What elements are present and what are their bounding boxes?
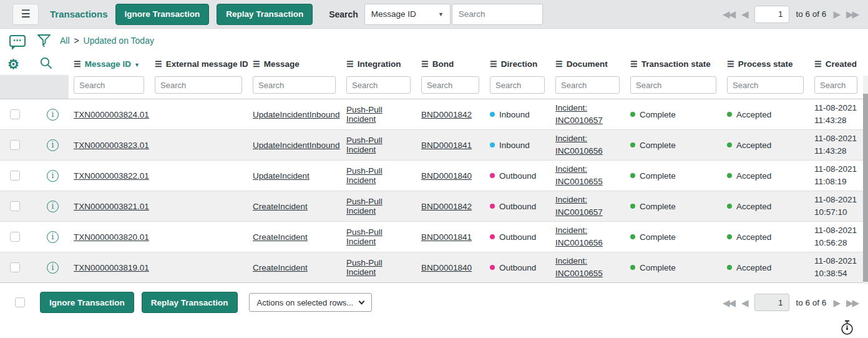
info-icon[interactable]: i [47,170,59,182]
message-id-link[interactable]: TXN0000003822.01 [74,171,149,181]
column-menu-icon[interactable]: ☰ [490,59,497,69]
select-all-checkbox[interactable] [15,297,25,307]
breadcrumb-all-link[interactable]: All [60,36,70,46]
filter-icon[interactable] [37,34,51,47]
filter-input-transaction-state[interactable] [630,76,716,94]
last-page-button[interactable]: ▶▶ [846,9,858,19]
column-menu-icon[interactable]: ☰ [727,59,734,69]
replay-transaction-button-bottom[interactable]: Replay Transaction [142,292,238,313]
row-checkbox[interactable] [10,109,20,119]
column-header-process-state[interactable]: ☰Process state [722,52,809,75]
column-menu-icon[interactable]: ☰ [814,59,822,69]
message-id-link[interactable]: TXN0000003820.01 [74,232,149,242]
integration-link[interactable]: Push-Pull Incident [346,258,383,277]
page-title[interactable]: Transactions [50,9,108,19]
bond-link[interactable]: BND0001840 [421,263,472,272]
document-link[interactable]: Incident: INC0010656 [555,134,603,156]
bond-link[interactable]: BND0001840 [421,171,472,181]
document-link[interactable]: Incident: INC0010657 [555,195,603,217]
integration-link[interactable]: Push-Pull Incident [346,166,383,185]
prev-page-button[interactable]: ◀ [741,298,748,307]
column-header-external-message-id[interactable]: ☰External message ID [150,52,248,75]
filter-input-bond[interactable] [421,76,479,94]
info-icon[interactable]: i [47,231,59,243]
page-number-input[interactable] [754,6,789,23]
message-id-link[interactable]: TXN0000003819.01 [74,263,149,272]
integration-link[interactable]: Push-Pull Incident [346,136,383,154]
prev-page-button[interactable]: ◀ [741,9,748,19]
column-header-message[interactable]: ☰Message [248,52,341,75]
search-field-select[interactable]: Message ID ▼ [364,4,451,25]
bond-link[interactable]: BND0001842 [421,202,472,211]
chat-icon[interactable]: ••• [9,35,26,47]
filter-input-message-id[interactable] [74,76,144,94]
next-page-button[interactable]: ▶ [833,9,839,19]
column-menu-icon[interactable]: ☰ [253,59,260,69]
gear-icon[interactable]: ⚙ [7,57,19,71]
bond-link[interactable]: BND0001841 [421,232,472,242]
replay-transaction-button[interactable]: Replay Transaction [217,4,313,25]
message-link[interactable]: CreateIncident [253,202,308,211]
message-id-link[interactable]: TXN0000003824.01 [74,110,149,119]
row-checkbox[interactable] [10,232,20,242]
column-header-created[interactable]: ☰Created [809,52,863,75]
filter-input-created[interactable] [814,76,857,94]
message-id-link[interactable]: TXN0000003821.01 [74,202,149,211]
document-link[interactable]: Incident: INC0010657 [555,103,603,125]
column-header-bond[interactable]: ☰Bond [416,52,485,75]
column-header-message-id[interactable]: ☰Message ID▼ [69,52,150,75]
filter-input-message[interactable] [253,76,336,94]
column-menu-icon[interactable]: ☰ [630,59,638,69]
filter-input-integration[interactable] [346,76,411,94]
column-menu-icon[interactable]: ☰ [74,59,81,69]
document-link[interactable]: Incident: INC0010656 [555,226,603,247]
column-header-document[interactable]: ☰Document [550,52,625,75]
column-header-transaction-state[interactable]: ☰Transaction state [625,52,722,75]
integration-link[interactable]: Push-Pull Incident [346,227,383,246]
first-page-button[interactable]: ◀◀ [723,9,734,19]
breadcrumb-filter-link[interactable]: Updated on Today [84,36,154,46]
row-checkbox[interactable] [10,262,20,272]
scrollbar-thumb[interactable] [863,94,868,282]
next-page-button[interactable]: ▶ [833,298,839,307]
last-page-button[interactable]: ▶▶ [846,298,858,307]
ignore-transaction-button[interactable]: Ignore Transaction [115,4,210,25]
message-link[interactable]: UpdateIncidentInbound [253,141,340,150]
document-link[interactable]: Incident: INC0010655 [555,164,603,186]
column-menu-icon[interactable]: ☰ [555,59,563,69]
column-header-direction[interactable]: ☰Direction [485,52,550,75]
column-header-integration[interactable]: ☰Integration [341,52,416,75]
filter-input-external-message-id[interactable] [155,76,242,94]
document-link[interactable]: Incident: INC0010655 [555,256,603,278]
column-menu-icon[interactable]: ☰ [421,59,429,69]
integration-link[interactable]: Push-Pull Incident [346,105,383,124]
bond-link[interactable]: BND0001842 [421,110,472,119]
info-icon[interactable]: i [47,109,59,121]
message-id-link[interactable]: TXN0000003823.01 [74,141,149,150]
message-link[interactable]: UpdateIncident [253,171,310,181]
response-time-icon[interactable] [840,320,854,336]
column-menu-icon[interactable]: ☰ [155,59,162,69]
filter-input-process-state[interactable] [727,76,804,94]
message-link[interactable]: UpdateIncidentInbound [253,110,340,119]
global-search-input[interactable] [452,4,543,25]
row-checkbox[interactable] [10,140,20,150]
first-page-button[interactable]: ◀◀ [723,298,734,307]
row-checkbox[interactable] [10,201,20,211]
info-icon[interactable]: i [47,139,59,151]
filter-input-document[interactable] [555,76,620,94]
message-link[interactable]: CreateIncident [253,232,308,242]
bond-link[interactable]: BND0001841 [421,141,472,150]
list-menu-button[interactable]: ☰ [12,4,39,25]
ignore-transaction-button-bottom[interactable]: Ignore Transaction [40,292,134,313]
message-link[interactable]: CreateIncident [253,263,308,272]
info-icon[interactable]: i [47,201,59,212]
integration-link[interactable]: Push-Pull Incident [346,197,383,216]
row-checkbox[interactable] [10,171,20,181]
search-icon[interactable] [39,56,52,69]
filter-input-direction[interactable] [490,76,545,94]
info-icon[interactable]: i [47,262,59,274]
page-number-input[interactable] [754,294,789,311]
column-menu-icon[interactable]: ☰ [346,59,354,69]
actions-on-selected-rows-select[interactable]: Actions on selected rows... [249,293,372,312]
